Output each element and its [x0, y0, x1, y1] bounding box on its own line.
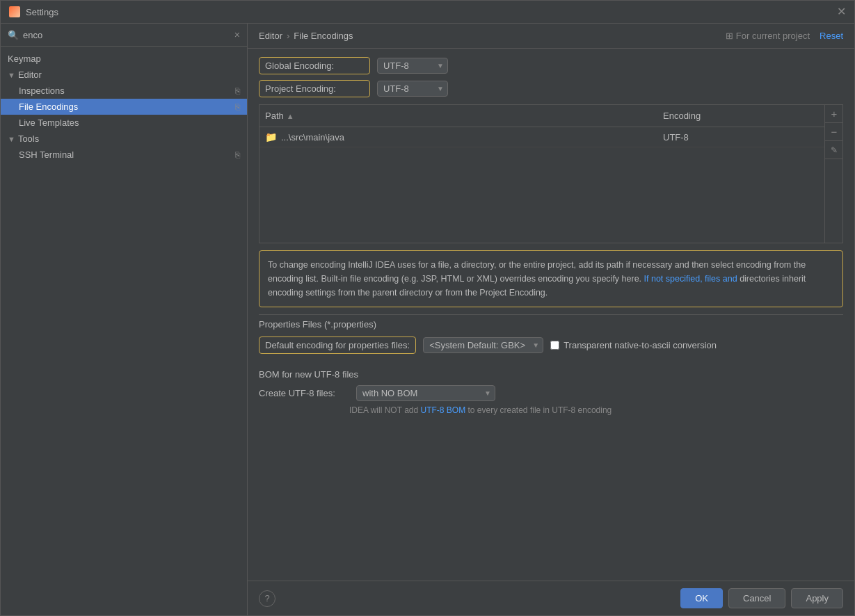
- info-box: To change encoding IntelliJ IDEA uses fo…: [259, 250, 843, 307]
- bom-hint: IDEA will NOT add UTF-8 BOM to every cre…: [349, 405, 843, 415]
- editor-arrow: ▼: [8, 71, 15, 79]
- app-icon: [9, 6, 20, 17]
- encoding-cell: UTF-8: [657, 131, 824, 144]
- cancel-button[interactable]: Cancel: [728, 588, 785, 608]
- sidebar-item-keymap[interactable]: Keymap: [1, 51, 247, 67]
- bom-hint-pre: IDEA will NOT add: [349, 405, 418, 415]
- path-value: ...\src\main\java: [281, 132, 344, 143]
- ssh-terminal-label: SSH Terminal: [19, 149, 74, 160]
- inspections-label: Inspections: [19, 86, 65, 96]
- project-encoding-row: Project Encoding: UTF-8 UTF-16 ISO-8859-…: [259, 80, 843, 97]
- file-encodings-label: File Encodings: [19, 102, 78, 112]
- encoding-value: UTF-8: [663, 132, 689, 143]
- bottom-bar: ? OK Cancel Apply: [248, 581, 854, 615]
- main-panel: Editor › File Encodings ⊞ For current pr…: [248, 24, 854, 615]
- file-encoding-table: Path ▲ Encoding 📁 ...\src\main\java: [259, 104, 843, 243]
- project-encoding-select[interactable]: UTF-8 UTF-16 ISO-8859-1: [377, 81, 448, 97]
- help-icon: ?: [264, 593, 269, 603]
- keymap-label: Keymap: [8, 54, 41, 64]
- path-column-header: Path ▲: [259, 108, 657, 124]
- sidebar-item-tools[interactable]: ▼ Tools: [1, 131, 247, 147]
- create-utf8-select[interactable]: with NO BOM with BOM: [356, 385, 495, 401]
- properties-section: Properties Files (*.properties) Default …: [259, 314, 843, 358]
- search-bar: 🔍 ×: [1, 24, 247, 47]
- editor-label: Editor: [18, 70, 42, 80]
- sidebar-item-file-encodings[interactable]: File Encodings ⎘: [1, 99, 247, 115]
- sidebar-item-inspections[interactable]: Inspections ⎘: [1, 83, 247, 99]
- default-encoding-select-wrapper: <System Default: GBK> UTF-8 ISO-8859-1 ▼: [423, 337, 543, 353]
- info-text: To change encoding IntelliJ IDEA uses fo…: [268, 260, 806, 298]
- encoding-column-header: Encoding: [657, 108, 824, 124]
- table-main: Path ▲ Encoding 📁 ...\src\main\java: [259, 105, 824, 243]
- bom-section: BOM for new UTF-8 files Create UTF-8 fil…: [259, 365, 843, 419]
- sort-icon: ▲: [287, 112, 294, 120]
- sidebar-item-editor[interactable]: ▼ Editor: [1, 67, 247, 83]
- add-row-button[interactable]: +: [825, 105, 843, 123]
- project-encoding-select-wrapper: UTF-8 UTF-16 ISO-8859-1 ▼: [377, 81, 448, 97]
- close-icon[interactable]: ✕: [837, 6, 846, 17]
- search-input[interactable]: [23, 30, 230, 40]
- dialog-title: Settings: [26, 7, 831, 17]
- global-encoding-label: Global Encoding:: [259, 57, 370, 74]
- global-encoding-row: Global Encoding: UTF-8 UTF-16 ISO-8859-1…: [259, 57, 843, 74]
- sidebar-item-live-templates[interactable]: Live Templates: [1, 115, 247, 131]
- global-encoding-select[interactable]: UTF-8 UTF-16 ISO-8859-1: [377, 58, 448, 74]
- ok-button[interactable]: OK: [680, 588, 723, 608]
- title-bar: Settings ✕: [1, 1, 854, 24]
- main-content: 🔍 × Keymap ▼ Editor Inspections ⎘: [1, 24, 854, 615]
- remove-row-button[interactable]: −: [825, 123, 843, 141]
- search-icon: 🔍: [8, 30, 19, 40]
- for-current-project: ⊞ For current project: [726, 31, 810, 41]
- create-utf8-label: Create UTF-8 files:: [259, 388, 349, 398]
- folder-icon: 📁: [265, 131, 277, 143]
- project-encoding-label: Project Encoding:: [259, 80, 370, 97]
- edit-row-button[interactable]: ✎: [825, 141, 843, 159]
- encoding-section: Global Encoding: UTF-8 UTF-16 ISO-8859-1…: [259, 57, 843, 97]
- sidebar-item-ssh-terminal[interactable]: SSH Terminal ⎘: [1, 147, 247, 163]
- table-row: 📁 ...\src\main\java UTF-8: [259, 127, 824, 147]
- create-utf8-row: Create UTF-8 files: with NO BOM with BOM…: [259, 385, 843, 401]
- ssh-copy-icon: ⎘: [235, 150, 240, 160]
- tools-label: Tools: [18, 133, 39, 144]
- table-body: 📁 ...\src\main\java UTF-8: [259, 127, 824, 243]
- transparent-label[interactable]: Transparent native-to-ascii conversion: [564, 340, 717, 350]
- bom-hint-link[interactable]: UTF-8 BOM: [421, 405, 468, 415]
- clear-search-button[interactable]: ×: [234, 29, 240, 40]
- sidebar: 🔍 × Keymap ▼ Editor Inspections ⎘: [1, 24, 248, 615]
- table-action-buttons: + − ✎: [824, 105, 842, 243]
- create-utf8-select-wrapper: with NO BOM with BOM ▼: [356, 385, 495, 401]
- live-templates-label: Live Templates: [19, 117, 79, 128]
- for-project-label: For current project: [736, 31, 810, 41]
- reset-button[interactable]: Reset: [820, 31, 843, 41]
- inspections-copy-icon: ⎘: [235, 86, 240, 96]
- file-encodings-copy-icon: ⎘: [235, 102, 240, 112]
- default-encoding-label: Default encoding for properties files:: [259, 337, 416, 354]
- panel-body: Global Encoding: UTF-8 UTF-16 ISO-8859-1…: [248, 49, 854, 581]
- apply-button[interactable]: Apply: [791, 588, 843, 608]
- breadcrumb: Editor › File Encodings: [259, 31, 721, 41]
- properties-encoding-row: Default encoding for properties files: <…: [259, 332, 843, 358]
- info-link[interactable]: If not specified, files and: [644, 274, 737, 284]
- panel-header: Editor › File Encodings ⊞ For current pr…: [248, 24, 854, 49]
- default-encoding-select[interactable]: <System Default: GBK> UTF-8 ISO-8859-1: [423, 337, 543, 353]
- settings-dialog: Settings ✕ 🔍 × Keymap ▼ Editor: [0, 0, 855, 616]
- properties-section-label: Properties Files (*.properties): [259, 314, 843, 332]
- breadcrumb-parent: Editor: [259, 31, 282, 41]
- bom-section-label: BOM for new UTF-8 files: [259, 369, 843, 380]
- transparent-checkbox-row: Transparent native-to-ascii conversion: [550, 340, 717, 350]
- path-cell: 📁 ...\src\main\java: [259, 130, 657, 144]
- tools-arrow: ▼: [8, 135, 15, 143]
- transparent-checkbox[interactable]: [550, 341, 559, 350]
- nav-tree: Keymap ▼ Editor Inspections ⎘ File Encod…: [1, 47, 247, 167]
- global-encoding-select-wrapper: UTF-8 UTF-16 ISO-8859-1 ▼: [377, 58, 448, 74]
- bom-hint-post: to every created file in UTF-8 encoding: [468, 405, 612, 415]
- help-button[interactable]: ?: [259, 590, 275, 607]
- breadcrumb-current: File Encodings: [294, 31, 353, 41]
- table-header: Path ▲ Encoding: [259, 105, 824, 127]
- breadcrumb-separator: ›: [287, 31, 289, 41]
- project-icon: ⊞: [726, 31, 733, 41]
- dialog-buttons: OK Cancel Apply: [680, 588, 843, 608]
